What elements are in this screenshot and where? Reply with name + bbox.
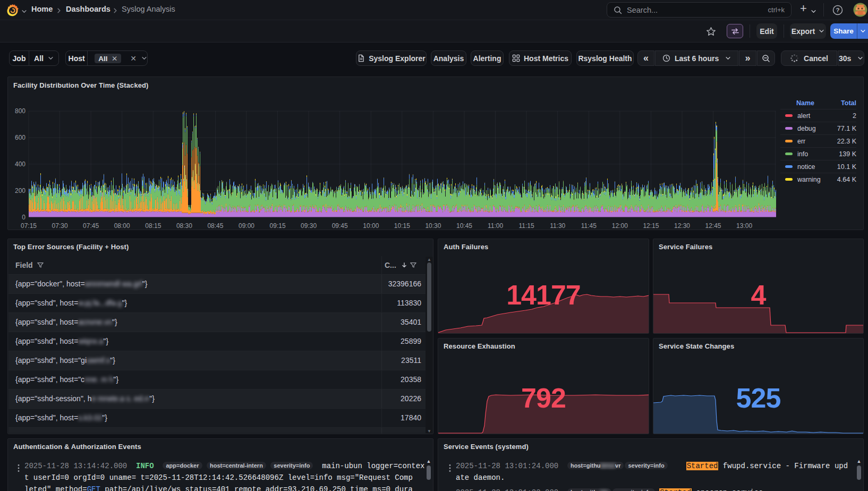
svg-text:800: 800 bbox=[15, 107, 25, 115]
svg-text:10:00: 10:00 bbox=[363, 222, 379, 230]
svg-text:10:30: 10:30 bbox=[425, 222, 441, 230]
svg-text:12:15: 12:15 bbox=[643, 222, 659, 230]
svg-text:12:45: 12:45 bbox=[705, 222, 721, 230]
svg-text:07:45: 07:45 bbox=[83, 222, 99, 230]
svg-text:11:30: 11:30 bbox=[550, 222, 565, 230]
svg-text:200: 200 bbox=[15, 187, 25, 194]
svg-text:400: 400 bbox=[15, 160, 25, 168]
svg-text:09:45: 09:45 bbox=[332, 222, 348, 230]
svg-text:11:45: 11:45 bbox=[581, 222, 597, 230]
svg-text:11:00: 11:00 bbox=[488, 222, 503, 230]
svg-text:11:15: 11:15 bbox=[519, 222, 534, 230]
svg-text:09:30: 09:30 bbox=[301, 222, 317, 230]
svg-text:12:30: 12:30 bbox=[674, 222, 690, 230]
svg-text:09:00: 09:00 bbox=[239, 222, 254, 230]
svg-text:12:00: 12:00 bbox=[612, 222, 628, 230]
svg-text:10:45: 10:45 bbox=[456, 222, 472, 230]
svg-text:?: ? bbox=[836, 7, 840, 13]
svg-text:10:15: 10:15 bbox=[394, 222, 410, 230]
svg-text:08:15: 08:15 bbox=[145, 222, 161, 230]
svg-text:08:00: 08:00 bbox=[114, 222, 130, 230]
svg-text:09:15: 09:15 bbox=[270, 222, 286, 230]
svg-text:0: 0 bbox=[22, 214, 25, 221]
svg-text:08:45: 08:45 bbox=[207, 222, 223, 230]
svg-text:07:30: 07:30 bbox=[52, 222, 68, 230]
svg-text:07:15: 07:15 bbox=[21, 222, 37, 230]
svg-text:08:30: 08:30 bbox=[176, 222, 192, 230]
svg-text:13:00: 13:00 bbox=[736, 222, 752, 230]
svg-text:600: 600 bbox=[15, 134, 25, 141]
